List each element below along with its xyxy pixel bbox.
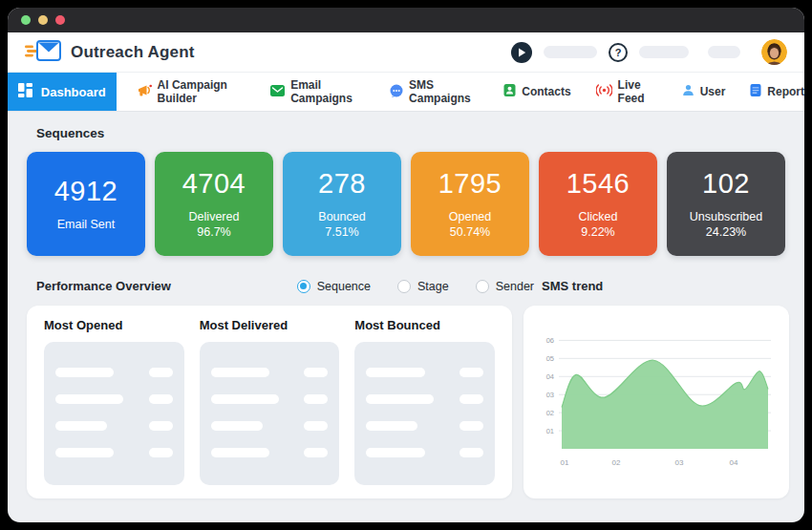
stat-card-opened[interactable]: 1795 Opened 50.74% [411, 152, 529, 256]
stat-label: Bounced [318, 209, 365, 224]
skeleton-row [211, 394, 329, 404]
radio-label: Sequence [317, 280, 371, 293]
nav-item-report[interactable]: Report [750, 84, 804, 99]
performance-title: Performance Overview [36, 279, 297, 293]
radio-button-icon[interactable] [476, 280, 489, 293]
stat-value: 1795 [438, 168, 502, 200]
svg-text:04: 04 [546, 372, 554, 381]
nav-bar: Dashboard AI Campaign Builder [8, 73, 804, 112]
title-bar [8, 8, 804, 32]
skeleton-list [200, 342, 340, 485]
nav-item-label: Live Feed [618, 78, 657, 105]
skeleton-row [55, 448, 173, 457]
radio-group: Sequence Stage Sender [297, 280, 534, 293]
contact-book-icon [503, 84, 516, 99]
envelope-icon [270, 85, 285, 99]
radio-button-icon[interactable] [397, 280, 411, 293]
sms-trend-chart: 01020304050601020304 [529, 317, 781, 483]
stat-sublabel: 9.22% [581, 224, 614, 240]
stat-card-bounced[interactable]: 278 Bounced 7.51% [283, 152, 401, 256]
stat-card-clicked[interactable]: 1546 Clicked 9.22% [539, 152, 657, 256]
play-button[interactable] [511, 42, 532, 63]
stat-value: 4912 [54, 176, 118, 207]
panel-title: Most Opened [44, 318, 184, 332]
sms-trend-label: SMS trend [534, 279, 789, 293]
performance-panels-card: Most Opened Most Delivered [27, 306, 512, 498]
performance-row: Performance Overview Sequence Stage Send… [36, 279, 789, 293]
stat-card-unsubscribed[interactable]: 102 Unsubscribed 24.23% [667, 152, 785, 256]
stat-value: 1546 [566, 168, 630, 200]
svg-text:02: 02 [612, 458, 621, 467]
window-dot-red[interactable] [55, 15, 65, 25]
nav-item-live-feed[interactable]: Live Feed [596, 78, 657, 105]
skeleton-row [55, 394, 173, 404]
nav-item-user[interactable]: User [682, 84, 726, 99]
stat-value: 4704 [182, 168, 246, 200]
sequences-section-label: Sequences [36, 126, 785, 140]
radio-sequence[interactable]: Sequence [297, 280, 371, 293]
stat-sublabel: 24.23% [706, 224, 746, 240]
stat-label: Opened [449, 209, 491, 224]
header-placeholder-pill [639, 46, 689, 58]
dashboard-grid-icon [18, 83, 32, 100]
radio-button-icon[interactable] [297, 280, 310, 293]
stat-sublabel: 7.51% [325, 224, 358, 240]
live-signal-icon [596, 84, 612, 99]
svg-text:04: 04 [730, 458, 738, 467]
skeleton-list [354, 342, 495, 485]
stat-label: Clicked [579, 209, 618, 224]
skeleton-row [211, 448, 329, 457]
radio-label: Sender [496, 280, 534, 293]
svg-text:05: 05 [546, 354, 554, 363]
stat-card-delivered[interactable]: 4704 Delivered 96.7% [155, 152, 273, 256]
app-logo-icon [25, 38, 61, 67]
stat-cards: 4912 Email Sent 4704 Delivered 96.7% 278… [27, 152, 785, 256]
nav-item-label: Contacts [522, 85, 570, 98]
stat-label: Delivered [189, 209, 240, 224]
nav-item-email-campaigns[interactable]: Email Campaigns [270, 78, 365, 105]
panel-most-delivered: Most Delivered [200, 318, 340, 485]
svg-text:03: 03 [675, 458, 684, 467]
svg-text:02: 02 [546, 409, 554, 417]
nav-item-label: Email Campaigns [290, 78, 365, 105]
header-placeholder-pill [544, 46, 597, 58]
tab-dashboard-label: Dashboard [41, 85, 106, 99]
tab-dashboard[interactable]: Dashboard [8, 73, 117, 111]
skeleton-row [366, 421, 483, 431]
report-icon [750, 84, 761, 99]
window-dot-green[interactable] [21, 15, 31, 25]
avatar[interactable] [761, 39, 787, 65]
nav-item-contacts[interactable]: Contacts [503, 84, 570, 99]
nav-item-label: SMS Campaigns [409, 78, 479, 105]
nav-item-label: User [700, 85, 726, 98]
stat-label: Email Sent [57, 217, 115, 232]
skeleton-row [211, 421, 329, 431]
panel-most-opened: Most Opened [44, 318, 184, 485]
radio-sender[interactable]: Sender [476, 280, 534, 293]
panel-title: Most Bounced [354, 318, 495, 332]
app-window: Outreach Agent ? [8, 8, 804, 522]
svg-text:01: 01 [546, 427, 554, 435]
stat-value: 102 [702, 168, 750, 200]
help-icon[interactable]: ? [609, 43, 628, 62]
header-placeholder-pill [708, 46, 740, 58]
header-actions: ? [511, 39, 787, 65]
radio-stage[interactable]: Stage [397, 280, 449, 293]
nav-item-ai-campaign-builder[interactable]: AI Campaign Builder [138, 78, 246, 105]
svg-text:03: 03 [546, 391, 554, 399]
megaphone-icon [138, 84, 152, 100]
stat-sublabel: 96.7% [197, 224, 230, 240]
header: Outreach Agent ? [8, 32, 804, 73]
user-icon [682, 84, 694, 99]
skeleton-list [44, 342, 184, 485]
svg-text:01: 01 [561, 458, 569, 467]
sms-trend-card: 01020304050601020304 [524, 306, 789, 498]
chat-bubble-icon [390, 84, 403, 100]
skeleton-row [55, 368, 173, 377]
skeleton-row [211, 368, 329, 377]
window-dot-yellow[interactable] [38, 15, 48, 25]
stat-card-email-sent[interactable]: 4912 Email Sent [27, 152, 145, 256]
nav-item-sms-campaigns[interactable]: SMS Campaigns [390, 78, 479, 105]
panel-most-bounced: Most Bounced [354, 318, 495, 485]
panel-title: Most Delivered [200, 318, 340, 332]
